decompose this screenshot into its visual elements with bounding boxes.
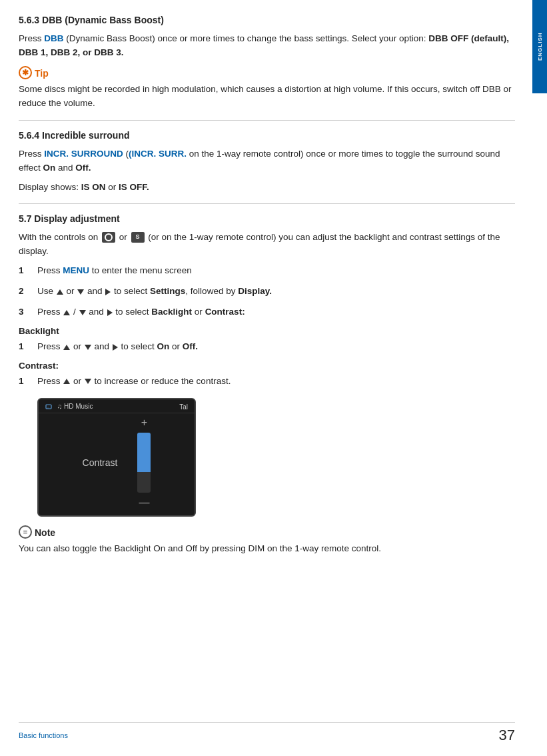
bl-arrow-up-icon [63, 345, 70, 350]
divider-2 [19, 203, 515, 204]
contrast-title: Contrast: [19, 361, 515, 371]
backlight-text: Backlight [151, 307, 192, 317]
tip-block: ✱Tip Some discs might be recorded in hig… [19, 67, 515, 111]
para-dbb-pre: Press [19, 33, 44, 43]
settings-text: Settings [150, 286, 185, 296]
dbb-link: DBB [44, 33, 63, 43]
footer-left: Basic functions [19, 731, 68, 739]
step3-content: Press / and to select Backlight or Contr… [37, 305, 515, 319]
page-footer: Basic functions 37 [19, 722, 515, 744]
tip-header: ✱Tip [19, 67, 515, 80]
contrast-steps: 1 Press or to increase or reduce the con… [19, 375, 515, 389]
is-on: IS ON [81, 182, 106, 192]
bl-arrow-down-icon [85, 345, 91, 350]
on-text: On [43, 163, 56, 173]
ct-step-1: 1 Press or to increase or reduce the con… [19, 375, 515, 389]
step-3: 3 Press / and to select Backlight or Con… [19, 305, 515, 319]
arrow-up-icon [57, 289, 63, 295]
display-screenshot: ♫ ♫ HD Music Tal Contrast + — [37, 398, 196, 517]
arrow-down-icon [77, 289, 84, 295]
bl-step-1: 1 Press or and to select On or Off. [19, 340, 515, 354]
tip-title: Tip [35, 68, 49, 79]
step2-content: Use or and to select Settings, followed … [37, 285, 515, 299]
step-2: 2 Use or and to select Settings, followe… [19, 285, 515, 299]
page-wrapper: ENGLISH 5.6.3 DBB (Dynamic Bass Boost) P… [0, 0, 547, 756]
heading-563: 5.6.3 DBB (Dynamic Bass Boost) [19, 15, 515, 25]
tip-text: Some discs might be recorded in high mod… [19, 83, 515, 111]
step-1: 1 Press MENU to enter the menu screen [19, 264, 515, 278]
display-header: ♫ ♫ HD Music Tal [39, 399, 195, 413]
plus-icon: + [141, 417, 147, 429]
para-incr: Press INCR. SURROUND ((INCR. SURR. on th… [19, 147, 515, 175]
step3-num: 3 [19, 305, 37, 319]
ct-arrow-down-icon [85, 379, 91, 384]
heading-564: 5.6.4 Incredible surround [19, 130, 515, 141]
divider-1 [19, 120, 515, 121]
bl-arrow-right-icon [113, 344, 118, 351]
arrow-up2-icon [63, 310, 70, 315]
control-icon-s [131, 232, 145, 243]
is-off: IS OFF. [119, 182, 149, 192]
note-title: Note [35, 527, 55, 538]
off-text: Off. [75, 163, 91, 173]
ct-arrow-up-icon [63, 379, 70, 384]
step2-num: 2 [19, 285, 37, 299]
ct-content: Press or to increase or reduce the contr… [37, 375, 515, 389]
section-57: 5.7 Display adjustment With the controls… [19, 213, 515, 555]
intro-para: With the controls on or (or on the 1-way… [19, 231, 515, 259]
contrast-label: Contrast [83, 457, 118, 468]
step1-content: Press MENU to enter the menu screen [37, 264, 515, 278]
footer-right: 37 [499, 727, 515, 744]
para-dbb-post: (Dynamic Bass Boost) once or more times … [64, 33, 429, 43]
section-563: 5.6.3 DBB (Dynamic Bass Boost) Press DBB… [19, 15, 515, 111]
slider-container: + — [137, 417, 151, 509]
note-header: =Note [19, 526, 515, 539]
para-dbb: Press DBB (Dynamic Bass Boost) once or m… [19, 32, 515, 60]
menu-link: MENU [63, 265, 89, 275]
language-tab: ENGLISH [532, 0, 547, 93]
control-icon-c [102, 232, 115, 243]
display-shows: Display shows: IS ON or IS OFF. [19, 181, 515, 195]
note-block: =Note You can also toggle the Backlight … [19, 526, 515, 556]
note-text: You can also toggle the Backlight On and… [19, 542, 515, 556]
section-564: 5.6.4 Incredible surround Press INCR. SU… [19, 130, 515, 195]
steps-list: 1 Press MENU to enter the menu screen 2 … [19, 264, 515, 319]
arrow-right2-icon [107, 309, 113, 316]
ct-num: 1 [19, 375, 37, 389]
hd-music-label: ♫ HD Music [57, 403, 93, 410]
bl-off: Off. [183, 341, 198, 351]
minus-icon: — [139, 497, 149, 509]
display-header-left: ♫ ♫ HD Music [45, 403, 93, 411]
step1-num: 1 [19, 264, 37, 278]
note-icon: = [19, 525, 32, 539]
contrast-text: Contrast: [205, 307, 245, 317]
music-icon: ♫ [45, 403, 53, 411]
bl-on: On [157, 341, 170, 351]
backlight-title: Backlight [19, 326, 515, 336]
bl-content: Press or and to select On or Off. [37, 340, 515, 354]
display-header-right: Tal [179, 403, 188, 411]
svg-text:♫: ♫ [47, 405, 50, 409]
display-text: Display. [238, 286, 272, 296]
bl-num: 1 [19, 340, 37, 354]
tip-icon: ✱ [19, 66, 32, 79]
arrow-right-icon [105, 289, 111, 295]
incr-link: INCR. SURROUND [44, 149, 123, 159]
arrow-down2-icon [79, 310, 86, 315]
contrast-slider [137, 433, 151, 493]
incr-paren: (INCR. SURR. [129, 149, 187, 159]
display-body: Contrast + — [39, 413, 195, 512]
backlight-steps: 1 Press or and to select On or Off. [19, 340, 515, 354]
slider-fill [137, 433, 151, 472]
heading-57: 5.7 Display adjustment [19, 213, 515, 224]
